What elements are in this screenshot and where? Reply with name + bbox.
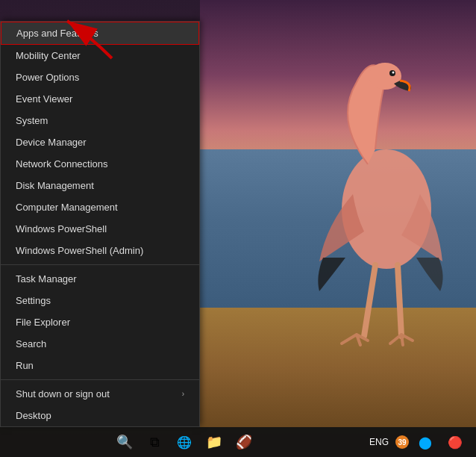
taskbar-explorer-icon[interactable]: 📁: [201, 429, 228, 456]
menu-item-run[interactable]: Run: [1, 355, 199, 376]
taskbar-taskview-icon[interactable]: ⧉: [141, 429, 168, 456]
taskbar-clock-badge: 39: [395, 435, 409, 449]
menu-item-search[interactable]: Search: [1, 333, 199, 355]
menu-item-settings[interactable]: Settings: [1, 290, 199, 311]
taskbar-edge2-icon[interactable]: ⬤: [412, 429, 439, 456]
svg-line-5: [398, 265, 401, 336]
taskbar-system-tray: ENG 39 ⬤ 🔴: [366, 429, 473, 456]
taskbar: 🔍 ⧉ 🌐 📁 🏈 ENG 39 ⬤ 🔴: [0, 427, 476, 457]
menu-item-disk-management[interactable]: Disk Management: [1, 175, 199, 196]
taskbar-chrome-icon[interactable]: 🔴: [442, 429, 469, 456]
menu-item-system[interactable]: System: [1, 110, 199, 131]
annotation-arrow: [45, 6, 134, 66]
context-menu: Apps and Features Mobility Center Power …: [0, 21, 200, 427]
menu-item-power-options[interactable]: Power Options: [1, 66, 199, 88]
menu-separator-2: [1, 379, 199, 380]
menu-item-device-manager[interactable]: Device Manager: [1, 131, 199, 153]
taskbar-search-icon[interactable]: 🔍: [111, 429, 138, 456]
menu-item-file-explorer[interactable]: File Explorer: [1, 311, 199, 333]
menu-item-computer-management[interactable]: Computer Management: [1, 196, 199, 218]
flamingo-illustration: [237, 45, 461, 388]
menu-item-task-manager[interactable]: Task Manager: [1, 268, 199, 290]
menu-item-windows-powershell-admin[interactable]: Windows PowerShell (Admin): [1, 240, 199, 261]
taskbar-football-icon[interactable]: 🏈: [231, 429, 257, 456]
menu-item-shut-down[interactable]: Shut down or sign out ›: [1, 383, 199, 405]
menu-item-windows-powershell[interactable]: Windows PowerShell: [1, 218, 199, 240]
svg-point-3: [392, 72, 395, 74]
taskbar-icons: 🔍 ⧉ 🌐 📁 🏈: [3, 429, 366, 456]
menu-item-event-viewer[interactable]: Event Viewer: [1, 88, 199, 110]
taskbar-language-icon[interactable]: ENG: [366, 429, 392, 456]
menu-item-desktop[interactable]: Desktop: [1, 405, 199, 426]
svg-line-4: [364, 265, 375, 336]
taskbar-edge-icon[interactable]: 🌐: [171, 429, 198, 456]
submenu-chevron: ›: [182, 390, 184, 398]
menu-item-network-connections[interactable]: Network Connections: [1, 153, 199, 175]
menu-separator-1: [1, 264, 199, 265]
